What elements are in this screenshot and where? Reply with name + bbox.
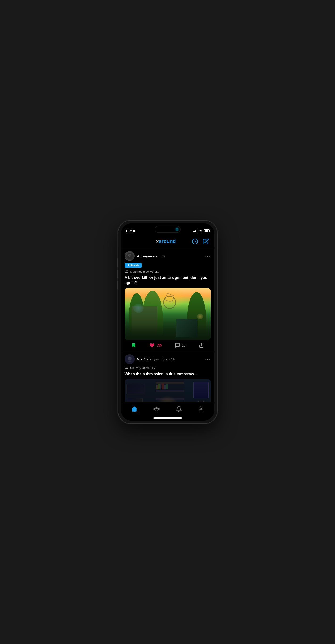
forest-artwork [125, 288, 210, 340]
community-icon-2 [125, 366, 128, 370]
post-1-community: Multimedia University [130, 270, 159, 274]
compose-icon [203, 238, 209, 244]
post-2: Nik Fikri @zyepher · 1h ··· [121, 351, 214, 402]
bookmark-icon [131, 343, 136, 348]
history-button[interactable] [191, 238, 199, 245]
room-artwork [125, 379, 210, 402]
post-2-header: Nik Fikri @zyepher · 1h ··· [125, 354, 210, 364]
bookmark-button[interactable] [131, 343, 136, 348]
avatar-nikfikri [125, 354, 134, 364]
logo-around: around [159, 238, 176, 244]
home-icon [131, 406, 138, 412]
post-1-author: Anonymous · 1h [125, 251, 165, 261]
like-count: 155 [156, 344, 162, 347]
svg-point-18 [154, 408, 155, 410]
compose-button[interactable] [202, 238, 210, 245]
app-header: xaround [121, 235, 214, 248]
status-icons [193, 229, 210, 232]
dynamic-island [155, 226, 180, 233]
post-2-more-button[interactable]: ··· [205, 356, 210, 362]
post-1-author-info: Anonymous · 1h [137, 254, 165, 258]
post-1-header: Anonymous · 1h ··· [125, 251, 210, 261]
avatar-anonymous [125, 251, 134, 261]
post-2-text: When the submission is due tomorrow... [125, 372, 210, 377]
nav-notifications[interactable] [168, 402, 190, 416]
post-2-community: Sunway University [130, 366, 155, 370]
post-1-text: A bit overkill for just an assignment, d… [125, 275, 210, 286]
svg-point-12 [129, 357, 130, 358]
signal-icon [193, 229, 197, 232]
post-1-actions: 155 28 [125, 340, 210, 351]
like-button[interactable]: 155 [150, 343, 162, 348]
post-1: Anonymous · 1h ··· Artwork [121, 248, 214, 351]
community-icon [125, 270, 128, 274]
feed[interactable]: Anonymous · 1h ··· Artwork [121, 248, 214, 402]
profile-icon [198, 406, 204, 412]
heart-icon [150, 343, 155, 348]
post-1-more-button[interactable]: ··· [205, 254, 210, 259]
post-2-image [125, 379, 210, 402]
app-logo: xaround [156, 238, 176, 244]
phone-screen: 10:10 [121, 224, 214, 420]
svg-point-19 [200, 407, 202, 409]
header-actions [191, 238, 210, 245]
comment-count: 28 [182, 344, 186, 347]
svg-point-13 [126, 366, 126, 368]
svg-point-14 [126, 366, 128, 368]
post-2-time: 1h [171, 357, 175, 361]
comment-icon [175, 343, 180, 348]
nav-profile[interactable] [190, 402, 212, 416]
logo-x: x [156, 238, 159, 244]
svg-point-7 [126, 270, 128, 271]
post-1-image [125, 288, 210, 340]
post-2-author-info: Nik Fikri @zyepher · 1h [137, 357, 175, 361]
svg-point-5 [130, 255, 130, 255]
bell-icon [176, 406, 182, 412]
status-bar: 10:10 [121, 224, 214, 235]
status-time: 10:10 [126, 229, 135, 233]
phone-frame: 10:10 [118, 221, 217, 423]
post-1-author-name: Anonymous [137, 254, 158, 258]
wifi-icon [199, 229, 202, 232]
comment-button[interactable]: 28 [175, 343, 186, 348]
camera-dot [176, 228, 178, 230]
post-2-author-name: Nik Fikri [137, 357, 151, 361]
post-2-author-handle: @zyepher [152, 357, 168, 361]
svg-point-4 [129, 255, 130, 255]
community-nav-icon [153, 406, 160, 412]
post-2-author: Nik Fikri @zyepher · 1h [125, 354, 175, 364]
share-button[interactable] [199, 343, 204, 348]
post-1-tag[interactable]: Artwork [125, 263, 142, 268]
post-1-community-row: Multimedia University [125, 270, 210, 274]
home-indicator [154, 418, 182, 419]
svg-point-17 [158, 408, 159, 410]
nav-community[interactable] [146, 402, 168, 416]
share-icon [199, 343, 204, 348]
battery-icon [204, 229, 210, 232]
post-1-time: 1h [161, 254, 165, 258]
history-icon [192, 238, 198, 244]
svg-point-6 [126, 270, 126, 271]
post-2-community-row: Sunway University [125, 366, 210, 370]
nav-home[interactable] [123, 402, 146, 416]
svg-point-16 [156, 407, 158, 408]
